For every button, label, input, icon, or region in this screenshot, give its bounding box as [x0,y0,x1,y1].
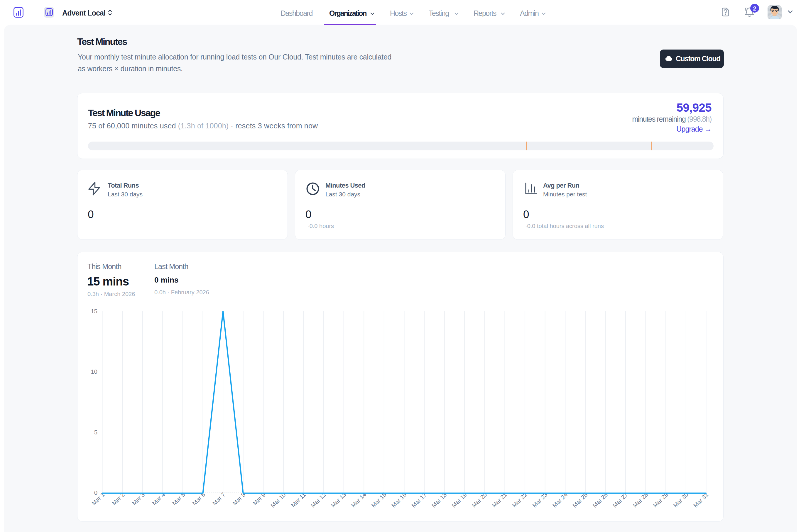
svg-text:Mar 18: Mar 18 [431,491,448,509]
svg-text:Mar 19: Mar 19 [451,491,468,509]
svg-text:Mar 11: Mar 11 [290,491,307,509]
svg-text:Mar 28: Mar 28 [632,491,649,509]
svg-text:Mar 27: Mar 27 [612,491,629,509]
svg-text:0: 0 [94,490,97,496]
svg-text:Mar 26: Mar 26 [591,491,609,509]
svg-text:15: 15 [91,308,97,315]
svg-text:Mar 10: Mar 10 [269,491,287,509]
svg-text:Mar 30: Mar 30 [672,491,690,509]
svg-text:10: 10 [91,368,97,375]
svg-text:5: 5 [94,429,97,436]
svg-text:Mar 31: Mar 31 [692,491,710,509]
svg-text:Mar 20: Mar 20 [471,491,488,509]
svg-text:Mar 29: Mar 29 [652,491,670,509]
svg-text:Mar 12: Mar 12 [310,491,327,509]
svg-text:Mar 15: Mar 15 [370,491,387,509]
svg-text:Mar 23: Mar 23 [531,491,549,509]
svg-text:Mar 7: Mar 7 [211,491,226,507]
svg-text:Mar 21: Mar 21 [491,491,508,509]
svg-text:Mar 16: Mar 16 [390,491,408,509]
svg-text:Mar 22: Mar 22 [511,491,528,509]
svg-text:Mar 14: Mar 14 [350,491,368,509]
svg-text:Mar 13: Mar 13 [330,491,347,509]
svg-text:Mar 25: Mar 25 [571,491,589,509]
svg-text:Mar 17: Mar 17 [410,491,428,509]
svg-text:Mar 24: Mar 24 [551,491,569,509]
